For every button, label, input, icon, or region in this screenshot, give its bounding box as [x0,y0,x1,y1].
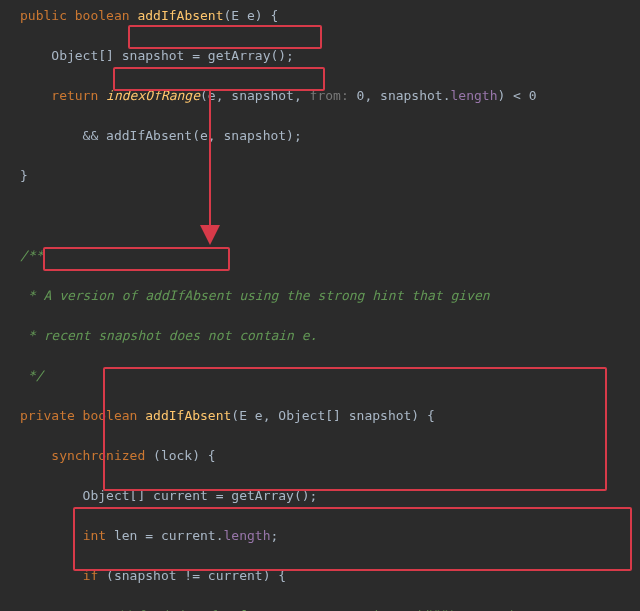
code-line: public boolean addIfAbsent(E e) { [20,6,640,26]
code-block: public boolean addIfAbsent(E e) { Object… [20,6,640,611]
code-line: Object[] snapshot = getArray(); [20,46,640,66]
code-line: private boolean addIfAbsent(E e, Object[… [20,406,640,426]
code-line: /** [20,246,640,266]
code-editor: public boolean addIfAbsent(E e) { Object… [0,0,640,611]
code-line: */ [20,366,640,386]
code-line: && addIfAbsent(e, snapshot); [20,126,640,146]
code-line: // Optimize for lost race to another add… [20,606,640,611]
code-line: return indexOfRange(e, snapshot, from: 0… [20,86,640,106]
code-line [20,206,640,226]
code-line: Object[] current = getArray(); [20,486,640,506]
code-line: } [20,166,640,186]
code-line: * recent snapshot does not contain e. [20,326,640,346]
code-line: int len = current.length; [20,526,640,546]
code-line: if (snapshot != current) { [20,566,640,586]
code-line: * A version of addIfAbsent using the str… [20,286,640,306]
code-line: synchronized (lock) { [20,446,640,466]
